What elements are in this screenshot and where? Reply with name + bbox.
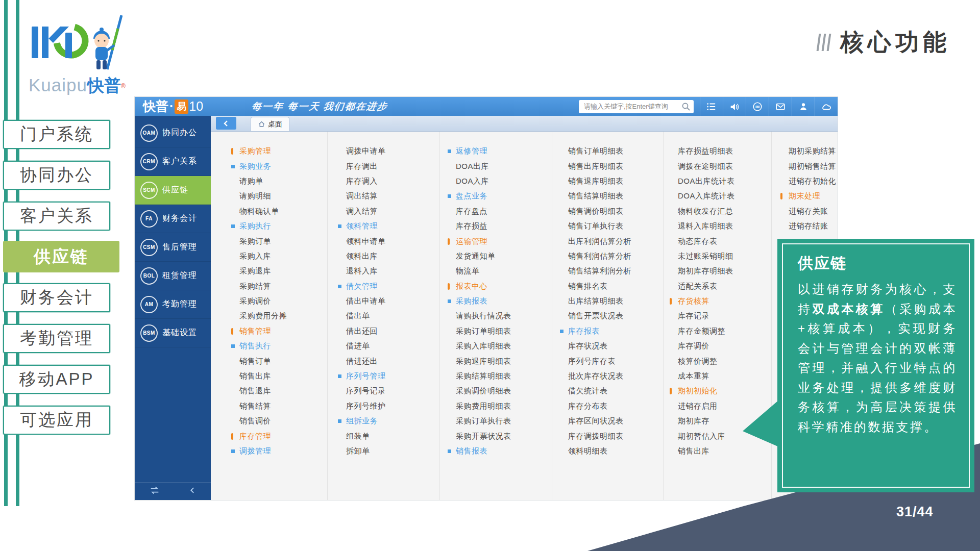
menu-item[interactable]: 采购业务 <box>231 159 327 173</box>
menu-item[interactable]: 采购订单 <box>231 234 327 248</box>
menu-item[interactable]: DOA出库 <box>448 159 552 173</box>
app-nav-item-bol[interactable]: BOL租赁管理 <box>135 262 211 290</box>
menu-item[interactable]: 库存盘点 <box>448 204 552 219</box>
menu-item[interactable]: 库存调价 <box>670 339 771 354</box>
menu-item[interactable]: 借欠管理 <box>338 279 439 294</box>
menu-item[interactable]: 盘点业务 <box>448 189 552 204</box>
list-icon[interactable] <box>700 97 723 116</box>
cloud-icon[interactable] <box>815 97 838 116</box>
tab-desktop[interactable]: 桌面 <box>251 117 289 131</box>
menu-item[interactable]: 出库利润估算分析 <box>560 234 663 248</box>
menu-item[interactable]: 采购订单执行表 <box>448 414 552 429</box>
menu-item[interactable]: DOA入库 <box>448 174 552 189</box>
app-nav-item-oam[interactable]: OAM协同办公 <box>135 119 211 147</box>
menu-item[interactable]: 销售结算 <box>231 399 327 414</box>
menu-item[interactable]: 库存调拨明细表 <box>560 429 663 443</box>
menu-item[interactable]: 序列号库存表 <box>560 354 663 368</box>
menu-item[interactable]: 成本重算 <box>670 369 771 384</box>
menu-item[interactable]: 调拨申请单 <box>338 144 439 159</box>
menu-item[interactable]: 期末处理 <box>780 189 838 204</box>
menu-item[interactable]: 库存调入 <box>338 174 439 189</box>
collapse-icon[interactable] <box>188 486 197 496</box>
search-input[interactable] <box>583 102 682 111</box>
menu-item[interactable]: 库存管理 <box>231 429 327 443</box>
menu-item[interactable]: 销售结算明细表 <box>560 189 663 204</box>
menu-item[interactable]: 销售利润估算分析 <box>560 249 663 264</box>
menu-item[interactable]: 报表中心 <box>448 279 552 294</box>
menu-item[interactable]: 存货核算 <box>670 294 771 309</box>
menu-item[interactable]: 库存报表 <box>560 324 663 339</box>
menu-item[interactable]: 领料明细表 <box>560 444 663 459</box>
menu-item[interactable]: 销售管理 <box>231 324 327 339</box>
menu-item[interactable]: 序列号维护 <box>338 399 439 414</box>
back-button[interactable] <box>216 117 236 130</box>
menu-item[interactable]: 库存状况表 <box>560 339 663 354</box>
app-nav-item-bsm[interactable]: BSM基础设置 <box>135 319 211 347</box>
slide-menu-item-7[interactable]: 可选应用 <box>3 406 110 435</box>
menu-item[interactable]: 采购报表 <box>448 294 552 309</box>
menu-item[interactable]: 请购单 <box>231 174 327 189</box>
menu-item[interactable]: 序列号管理 <box>338 369 439 384</box>
menu-item[interactable]: 库存损益 <box>448 219 552 234</box>
menu-item[interactable]: 库存记录 <box>670 309 771 323</box>
menu-item[interactable]: 采购入库明细表 <box>448 339 552 354</box>
menu-item[interactable]: 序列号记录 <box>338 384 439 398</box>
menu-item[interactable]: 库存调出 <box>338 159 439 173</box>
slide-menu-item-2[interactable]: 客户关系 <box>3 202 110 231</box>
menu-item[interactable]: 请购明细 <box>231 189 327 204</box>
slide-menu-item-1[interactable]: 协同办公 <box>3 161 110 190</box>
menu-item[interactable]: 借欠统计表 <box>560 384 663 398</box>
menu-item[interactable]: 领料申请单 <box>338 234 439 248</box>
menu-item[interactable]: 借出单 <box>338 309 439 323</box>
swap-icon[interactable] <box>149 485 160 498</box>
menu-item[interactable]: 领料管理 <box>338 219 439 234</box>
app-nav-item-csm[interactable]: CSM售后管理 <box>135 233 211 262</box>
menu-item[interactable]: 进销存结账 <box>780 219 838 234</box>
menu-item[interactable]: 退料入库 <box>338 264 439 279</box>
menu-item[interactable]: 销售结算利润分析 <box>560 264 663 279</box>
menu-item[interactable]: 销售出库 <box>231 369 327 384</box>
menu-item[interactable]: 动态库存表 <box>670 234 771 248</box>
menu-item[interactable]: 物料收发存汇总 <box>670 204 771 219</box>
menu-item[interactable]: 调拨在途明细表 <box>670 159 771 173</box>
menu-item[interactable]: 请购执行情况表 <box>448 309 552 323</box>
menu-item[interactable]: 采购调价明细表 <box>448 384 552 398</box>
menu-item[interactable]: 采购退库 <box>231 264 327 279</box>
menu-item[interactable]: 销售调价 <box>231 414 327 429</box>
menu-item[interactable]: 期初销售结算 <box>780 159 838 173</box>
menu-item[interactable]: 调出结算 <box>338 189 439 204</box>
menu-item[interactable]: 销售退库 <box>231 384 327 398</box>
menu-item[interactable]: 库存区间状况表 <box>560 414 663 429</box>
menu-item[interactable]: 适配关系表 <box>670 279 771 294</box>
menu-item[interactable]: 库存分布表 <box>560 399 663 414</box>
menu-item[interactable]: 采购退库明细表 <box>448 354 552 368</box>
menu-item[interactable]: 运输管理 <box>448 234 552 248</box>
menu-item[interactable]: 销售出库明细表 <box>560 159 663 173</box>
menu-item[interactable]: 组拆业务 <box>338 414 439 429</box>
user-icon[interactable] <box>792 97 815 116</box>
menu-item[interactable]: 调入结算 <box>338 204 439 219</box>
sound-icon[interactable] <box>723 97 746 116</box>
mail-icon[interactable] <box>769 97 792 116</box>
menu-item[interactable]: 领料出库 <box>338 249 439 264</box>
menu-item[interactable]: 期初采购结算 <box>780 144 838 159</box>
menu-item[interactable]: 采购入库 <box>231 249 327 264</box>
app-nav-item-fa[interactable]: FA财务会计 <box>135 205 211 233</box>
slide-menu-item-5[interactable]: 考勤管理 <box>3 324 110 353</box>
menu-item[interactable]: 销售排名表 <box>560 279 663 294</box>
slide-menu-item-0[interactable]: 门户系统 <box>3 120 110 149</box>
app-nav-item-scm[interactable]: SCM供应链 <box>135 176 211 205</box>
menu-item[interactable]: 物料确认单 <box>231 204 327 219</box>
slide-menu-item-4[interactable]: 财务会计 <box>3 283 110 312</box>
search-icon[interactable] <box>681 102 691 111</box>
menu-item[interactable]: 期初库存明细表 <box>670 264 771 279</box>
menu-item[interactable]: 借出申请单 <box>338 294 439 309</box>
menu-item[interactable]: 采购费用分摊 <box>231 309 327 323</box>
menu-item[interactable]: 销售订单执行表 <box>560 219 663 234</box>
menu-item[interactable]: 退料入库明细表 <box>670 219 771 234</box>
menu-item[interactable]: 采购结算 <box>231 279 327 294</box>
menu-item[interactable]: 采购订单明细表 <box>448 324 552 339</box>
menu-item[interactable]: DOA入库统计表 <box>670 189 771 204</box>
menu-item[interactable]: 采购调价 <box>231 294 327 309</box>
menu-item[interactable]: 拆卸单 <box>338 444 439 459</box>
